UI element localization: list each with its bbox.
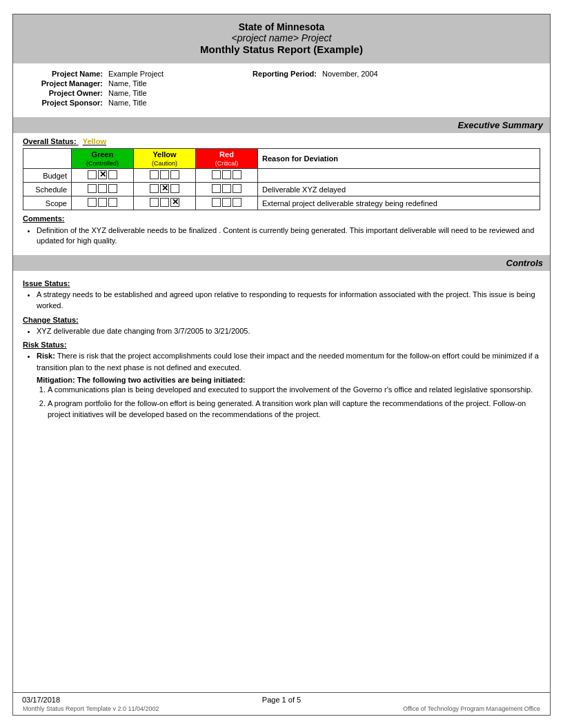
header-line3: Monthly Status Report (Example): [13, 43, 550, 55]
footer: 03/17/2018 Page 1 of 5 Monthly Status Re…: [13, 692, 550, 715]
checkbox[interactable]: [160, 170, 169, 179]
footer-spacer: [13, 428, 550, 692]
checkbox[interactable]: [108, 184, 117, 193]
manager-value: Name, Title: [106, 79, 230, 88]
sponsor-label: Project Sponsor:: [23, 98, 106, 108]
change-status-label: Change Status:: [23, 316, 540, 324]
owner-value: Name, Title: [106, 88, 230, 98]
issue-status-label: Issue Status:: [23, 279, 540, 287]
sponsor-value: Name, Title: [106, 98, 230, 108]
checkbox[interactable]: [88, 198, 97, 207]
risk-list: Risk: There is risk that the project acc…: [37, 350, 540, 373]
manager-label: Project Manager:: [23, 79, 106, 88]
checkbox[interactable]: [222, 198, 231, 207]
status-row-label: Scope: [23, 196, 72, 210]
risk-status-label: Risk Status:: [23, 341, 540, 349]
checkbox[interactable]: [212, 198, 221, 207]
comments-list: Definition of the XYZ deliverable needs …: [37, 225, 540, 247]
checkbox[interactable]: [222, 184, 231, 193]
checkbox[interactable]: [108, 198, 117, 207]
checkbox[interactable]: [98, 198, 107, 207]
reason-header: Reason for Deviation: [258, 149, 540, 169]
checkbox[interactable]: [222, 170, 231, 179]
owner-label: Project Owner:: [23, 88, 106, 98]
reason-cell: External project deliverable strategy be…: [258, 196, 540, 210]
yellow-checkboxes: [134, 169, 196, 183]
checkbox[interactable]: [150, 170, 159, 179]
checkbox[interactable]: [170, 198, 179, 207]
checkbox[interactable]: [88, 184, 97, 193]
checkbox[interactable]: [88, 170, 97, 179]
overall-status-label: Overall Status:: [23, 137, 77, 145]
reason-cell: Deliverable XYZ delayed: [258, 183, 540, 196]
checkbox[interactable]: [98, 170, 107, 179]
yellow-checkboxes: [134, 183, 196, 196]
comments-section: Definition of the XYZ deliverable needs …: [23, 224, 540, 247]
checkbox[interactable]: [170, 184, 179, 193]
footer-date: 03/17/2018: [22, 696, 60, 704]
yellow-header: Yellow (Caution): [134, 149, 196, 169]
header-banner: State of Minnesota <project name> Projec…: [13, 14, 550, 63]
checkbox[interactable]: [233, 184, 241, 193]
controls-content: Issue Status: A strategy needs to be est…: [13, 271, 550, 428]
checkbox[interactable]: [160, 184, 169, 193]
checkbox[interactable]: [160, 198, 169, 207]
green-checkboxes: [72, 169, 134, 183]
red-header: Red (Critical): [196, 149, 258, 169]
header-line1: State of Minnesota: [13, 21, 550, 32]
checkbox[interactable]: [150, 184, 159, 193]
reporting-period-value: November, 2004: [319, 69, 540, 79]
executive-summary-content: Overall Status: Yellow Green (Controlled…: [13, 133, 550, 250]
reason-cell: [258, 169, 540, 183]
project-name-value: Example Project: [106, 69, 230, 79]
footer-template: Monthly Status Report Template v 2.0 11/…: [23, 705, 159, 712]
mitigation-block: Mitigation: The following two activities…: [23, 376, 540, 421]
risk-item: Risk: There is risk that the project acc…: [37, 350, 540, 373]
checkbox[interactable]: [233, 170, 241, 179]
change-item: XYZ deliverable due date changing from 3…: [37, 325, 540, 337]
checkbox[interactable]: [212, 184, 221, 193]
checkbox[interactable]: [212, 170, 221, 179]
comments-label: Comments:: [23, 214, 540, 223]
footer-page: Page 1 of 5: [262, 696, 301, 704]
mitigation-item: A program portfolio for the follow-on ef…: [48, 398, 540, 421]
reporting-period-label: Reporting Period:: [230, 69, 319, 79]
project-info: Project Name: Example Project Reporting …: [13, 63, 550, 112]
checkbox[interactable]: [150, 198, 159, 207]
project-name-label: Project Name:: [23, 69, 106, 79]
status-table: Green (Controlled) Yellow (Caution) Red …: [23, 148, 540, 210]
checkbox[interactable]: [98, 184, 107, 193]
checkbox[interactable]: [108, 170, 117, 179]
green-checkboxes: [72, 183, 134, 196]
checkbox[interactable]: [233, 198, 241, 207]
green-checkboxes: [72, 196, 134, 210]
issue-item: A strategy needs to be established and a…: [37, 289, 540, 312]
mitigation-item: A communications plan is being developed…: [48, 384, 540, 396]
comment-item: Definition of the XYZ deliverable needs …: [37, 225, 540, 247]
red-checkboxes: [196, 183, 258, 196]
yellow-checkboxes: [134, 196, 196, 210]
controls-banner: Controls: [13, 255, 550, 271]
status-row-label: Budget: [23, 169, 72, 183]
checkbox[interactable]: [170, 170, 179, 179]
issue-list: A strategy needs to be established and a…: [37, 289, 540, 312]
executive-summary-banner: Executive Summary: [13, 117, 550, 133]
overall-status-row: Overall Status: Yellow: [23, 137, 540, 145]
mitigation-label: Mitigation: The following two activities…: [37, 376, 246, 384]
status-row-label: Schedule: [23, 183, 72, 196]
red-checkboxes: [196, 196, 258, 210]
footer-office: Office of Technology Program Management …: [403, 705, 540, 712]
header-line2: <project name> Project: [13, 32, 550, 43]
mitigation-list: A communications plan is being developed…: [48, 384, 540, 421]
red-checkboxes: [196, 169, 258, 183]
overall-status-value: Yellow: [83, 137, 106, 145]
change-list: XYZ deliverable due date changing from 3…: [37, 325, 540, 337]
green-header: Green (Controlled): [72, 149, 134, 169]
